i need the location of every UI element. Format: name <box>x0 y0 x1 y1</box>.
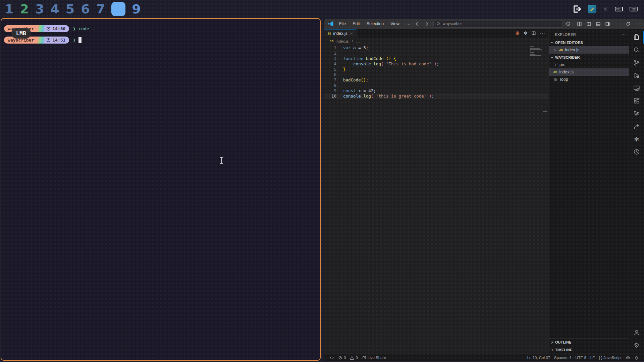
workspace-item-4[interactable]: 4 <box>50 2 59 16</box>
minimize-icon[interactable] <box>615 21 620 26</box>
activity-settings-gear[interactable]: ⚙ <box>629 339 644 352</box>
activity-history[interactable] <box>629 145 644 158</box>
logout-icon[interactable] <box>572 4 582 14</box>
tab-bar: JS index.js ✻⋯ <box>324 29 548 38</box>
line-number: 6 <box>324 72 336 77</box>
breadcrumb[interactable]: JS index.js … <box>324 38 548 45</box>
openai-icon[interactable]: ✻ <box>524 31 528 36</box>
activity-remote-explorer[interactable] <box>629 82 644 95</box>
workspace-item-3[interactable]: 3 <box>35 2 44 16</box>
activity-bar: ✻⚙ <box>629 29 644 354</box>
status-bar: 00Live ShareLn 10, Col 37Spaces: 4UTF-8L… <box>324 354 644 361</box>
menu-file[interactable]: File <box>336 20 348 27</box>
activity-extensions[interactable] <box>629 95 644 107</box>
tab-label: index.js <box>333 31 347 36</box>
more-icon[interactable]: ⋯ <box>540 31 545 36</box>
status-ln-10--col-37[interactable]: Ln 10, Col 37 <box>525 356 552 360</box>
minimap-line <box>530 48 540 49</box>
section-outline[interactable]: OUTLINE <box>549 338 629 346</box>
toggle-panel-left-icon[interactable] <box>586 21 591 26</box>
activity-share-arrow[interactable] <box>629 120 644 133</box>
toggle-panel-right-icon[interactable] <box>605 21 610 26</box>
tab-close-icon[interactable] <box>350 32 353 36</box>
file-item-label: loop <box>560 77 568 82</box>
status-lf[interactable]: LF <box>588 356 597 360</box>
text-cursor-pointer <box>219 157 224 165</box>
keyboard-icon[interactable] <box>614 5 623 13</box>
split-editor-icon[interactable] <box>531 31 536 36</box>
status-remote[interactable] <box>328 356 336 360</box>
code-line-9: 9const x = 42; <box>324 88 548 94</box>
menu-selection[interactable]: Selection <box>364 20 386 27</box>
file-item-prs[interactable]: prs <box>549 61 629 68</box>
status-0[interactable]: 0 <box>348 356 360 360</box>
nav-back-icon[interactable] <box>415 21 420 26</box>
vscode-window[interactable]: FileEditSelectionView⋯ wayscriber JS ind… <box>324 19 644 361</box>
workspace-item-5[interactable]: 5 <box>66 2 74 16</box>
file-item-loop[interactable]: loop <box>549 76 629 83</box>
close-icon[interactable] <box>636 22 641 26</box>
menu-edit[interactable]: Edit <box>350 20 363 27</box>
workspace-item-9[interactable]: 9 <box>132 2 141 16</box>
status-0[interactable]: 0 <box>336 356 348 360</box>
nav-forward-icon[interactable] <box>424 21 429 26</box>
toggle-panel-bottom-icon[interactable] <box>596 21 601 26</box>
tab-indexjs[interactable]: JS index.js <box>324 29 357 38</box>
pencil-icon <box>589 6 595 12</box>
activity-files[interactable] <box>629 31 644 44</box>
search-icon <box>633 47 640 53</box>
restore-icon[interactable] <box>626 21 631 26</box>
workspace-item-6[interactable]: 6 <box>81 2 90 16</box>
status-live-share[interactable]: Live Share <box>360 356 388 360</box>
sparkle-icon[interactable] <box>602 6 608 12</box>
menu-view[interactable]: View <box>388 20 402 27</box>
workspace-item-1[interactable]: 1 <box>5 2 13 16</box>
code-line-6: 6 <box>324 72 548 77</box>
workspace-item-2[interactable]: 2 <box>20 2 29 16</box>
more-actions-icon[interactable]: ⋯ <box>622 32 626 37</box>
status-copilot[interactable] <box>624 355 632 360</box>
line-number: 2 <box>324 51 336 56</box>
activity-blocks[interactable] <box>629 107 644 120</box>
section-open-editors[interactable]: OPEN EDITORS <box>549 39 629 46</box>
format-starburst-icon[interactable] <box>515 31 520 36</box>
customize-layout-icon[interactable] <box>577 21 582 26</box>
status-----javascript[interactable]: { } JavaScript <box>597 356 624 360</box>
file-item-label: index.js <box>559 70 574 74</box>
sync-icon[interactable] <box>566 21 571 26</box>
code-line-1: 1var a = 5; <box>324 45 548 51</box>
prompt-gradient <box>38 25 45 32</box>
file-item-index.js[interactable]: JSindex.js <box>549 46 629 54</box>
clock-icon <box>46 26 51 31</box>
code-text <box>336 83 343 88</box>
section-wayscriber[interactable]: WAYSCRIBER <box>549 54 629 61</box>
code-editor[interactable]: 1var a = 5;23function badCode () {4 cons… <box>324 45 548 354</box>
code-text: const x = 42; <box>336 88 376 94</box>
activity-account[interactable] <box>629 326 644 339</box>
workspace-item-7[interactable]: 7 <box>96 2 105 16</box>
annotator-app-icon[interactable] <box>588 5 596 13</box>
prompt-time-text: 14:50 <box>52 26 65 31</box>
section-timeline[interactable]: TIMELINE <box>549 346 629 354</box>
menu-[interactable]: ⋯ <box>404 20 413 27</box>
status-spaces--4[interactable]: Spaces: 4 <box>552 356 573 360</box>
file-item-index.js[interactable]: JSindex.js <box>549 68 629 76</box>
line-number: 10 <box>324 94 336 99</box>
workspace-item-8-active[interactable] <box>111 2 125 16</box>
status-utf-8[interactable]: UTF-8 <box>573 356 588 360</box>
activity-search[interactable] <box>629 44 644 56</box>
minimap[interactable] <box>530 46 544 56</box>
activity-source-control[interactable] <box>629 56 644 69</box>
status-bell[interactable] <box>632 356 641 360</box>
remote-icon <box>330 356 334 360</box>
activity-openai[interactable]: ✻ <box>629 133 644 145</box>
activity-run-debug[interactable] <box>629 69 644 82</box>
breadcrumb-file: index.js <box>336 39 349 43</box>
prompt-gradient <box>38 37 45 44</box>
terminal-window[interactable]: wayscriber14:50❯code .wayscriber14:51❯ L… <box>1 18 321 361</box>
close-icon[interactable] <box>553 48 557 52</box>
terminal-body: wayscriber14:50❯code .wayscriber14:51❯ L… <box>1 19 320 360</box>
command-search-input[interactable]: wayscriber <box>433 20 562 27</box>
code-text: console.log( 'this is great code' ); <box>336 94 434 99</box>
keyboard-icon[interactable] <box>629 5 638 13</box>
